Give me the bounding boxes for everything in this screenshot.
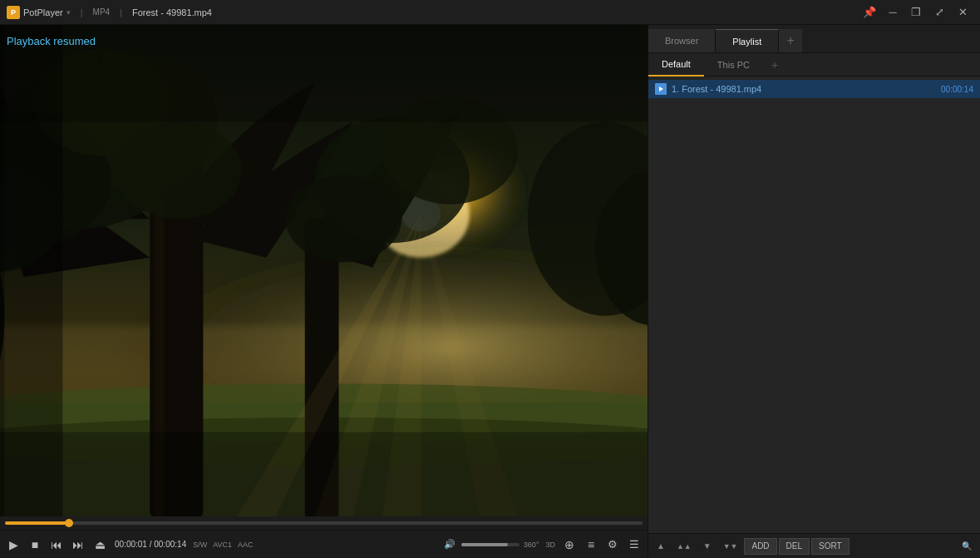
subtab-default[interactable]: Default bbox=[648, 53, 704, 77]
move-up-alt-button[interactable]: ▲▲ bbox=[672, 537, 697, 556]
move-up-button[interactable]: ▲ bbox=[652, 537, 670, 556]
seek-thumb[interactable] bbox=[65, 519, 73, 527]
settings-icon: ⚙ bbox=[608, 538, 618, 551]
tab-playlist[interactable]: Playlist bbox=[716, 29, 779, 52]
playlist-item[interactable]: 1. Forest - 49981.mp4 00:00:14 bbox=[648, 80, 980, 98]
time-current: 00:00:01 bbox=[115, 540, 147, 549]
subtab-add-icon: + bbox=[771, 58, 778, 72]
tab-add-icon: + bbox=[787, 33, 795, 48]
playlist-subtabs: Default This PC + bbox=[648, 53, 980, 77]
video-area[interactable] bbox=[0, 25, 648, 516]
del-label: DEL bbox=[786, 541, 802, 551]
sw-label: S/W bbox=[193, 541, 207, 549]
title-bar-left: P PotPlayer ▾ | MP4 | Forest - 49981.mp4 bbox=[7, 6, 212, 19]
title-bar: P PotPlayer ▾ | MP4 | Forest - 49981.mp4… bbox=[0, 0, 980, 25]
title-separator: | bbox=[81, 7, 83, 17]
search-icon: 🔍 bbox=[962, 541, 972, 551]
playlist-item-icon bbox=[655, 83, 667, 95]
seek-fill bbox=[5, 521, 69, 525]
eject-icon: ⏏ bbox=[95, 538, 106, 551]
codec-video: AVC1 bbox=[213, 541, 232, 549]
title-filename: Forest - 49981.mp4 bbox=[132, 7, 212, 17]
restore-button[interactable]: ❐ bbox=[905, 4, 927, 21]
add-label: ADD bbox=[751, 541, 769, 551]
playlist-item-duration: 00:00:14 bbox=[941, 85, 973, 94]
minimize-button[interactable]: ─ bbox=[882, 4, 904, 21]
menu-button[interactable]: ☰ bbox=[624, 535, 644, 555]
stop-icon: ■ bbox=[32, 538, 38, 551]
subtab-this-pc[interactable]: This PC bbox=[704, 53, 763, 77]
video-panel: Playback resumed bbox=[0, 25, 648, 558]
subtitle-button[interactable]: ≡ bbox=[581, 535, 601, 555]
settings-button[interactable]: ⚙ bbox=[603, 535, 623, 555]
menu-icon: ☰ bbox=[629, 538, 639, 551]
badge-360[interactable]: 360° bbox=[521, 539, 542, 551]
volume-area: 🔊 bbox=[440, 535, 520, 555]
app-logo[interactable]: P PotPlayer ▾ bbox=[7, 6, 71, 19]
search-button[interactable]: 🔍 bbox=[957, 537, 977, 556]
del-button[interactable]: DEL bbox=[779, 538, 810, 555]
volume-icon-button[interactable]: 🔊 bbox=[440, 535, 460, 555]
subtab-default-label: Default bbox=[662, 59, 691, 69]
playlist-content: 1. Forest - 49981.mp4 00:00:14 bbox=[648, 77, 980, 533]
sort-label: SORT bbox=[819, 541, 842, 551]
time-display: 00:00:01 / 00:00:14 bbox=[115, 540, 186, 549]
zoom-icon: ⊕ bbox=[564, 538, 574, 551]
next-icon: ⏭ bbox=[72, 538, 84, 551]
codec-audio: AAC bbox=[238, 541, 254, 549]
svg-rect-30 bbox=[0, 432, 648, 516]
prev-button[interactable]: ⏮ bbox=[47, 535, 66, 555]
panel-tabs: Browser Playlist + bbox=[648, 25, 980, 53]
tab-add-button[interactable]: + bbox=[779, 29, 802, 52]
subtab-add-button[interactable]: + bbox=[763, 53, 786, 77]
right-panel: Browser Playlist + Default This PC + bbox=[648, 25, 980, 558]
close-button[interactable]: ✕ bbox=[952, 4, 973, 21]
next-button[interactable]: ⏭ bbox=[68, 535, 88, 555]
app-name: PotPlayer bbox=[23, 7, 63, 17]
codec-info: S/W AVC1 AAC bbox=[193, 541, 253, 549]
tab-browser[interactable]: Browser bbox=[648, 29, 716, 52]
volume-icon: 🔊 bbox=[444, 539, 456, 550]
main-layout: Playback resumed bbox=[0, 25, 980, 558]
title-separator2: | bbox=[120, 7, 122, 17]
svg-rect-29 bbox=[0, 25, 648, 122]
badge-3d[interactable]: 3D bbox=[543, 539, 558, 551]
volume-track[interactable] bbox=[461, 543, 520, 546]
svg-point-22 bbox=[285, 175, 401, 263]
dropdown-icon: ▾ bbox=[66, 8, 71, 17]
play-button[interactable]: ▶ bbox=[3, 535, 23, 555]
playlist-item-name: 1. Forest - 49981.mp4 bbox=[672, 84, 936, 94]
seek-bar-container[interactable] bbox=[0, 516, 648, 530]
tab-browser-label: Browser bbox=[665, 36, 698, 46]
subtitle-icon: ≡ bbox=[588, 538, 594, 551]
sort-button[interactable]: SORT bbox=[811, 538, 849, 555]
move-down-button[interactable]: ▼ bbox=[698, 537, 717, 556]
time-sep: / bbox=[150, 540, 152, 549]
seek-track[interactable] bbox=[5, 521, 643, 525]
pin-button[interactable]: 📌 bbox=[859, 4, 880, 21]
panel-bottom: ▲ ▲▲ ▼ ▼▼ ADD DEL SORT 🔍 bbox=[648, 533, 980, 558]
tab-playlist-label: Playlist bbox=[732, 37, 761, 47]
maximize-button[interactable]: ⤢ bbox=[928, 4, 950, 21]
format-badge: MP4 bbox=[93, 7, 111, 17]
time-total: 00:00:14 bbox=[154, 540, 186, 549]
app-logo-icon: P bbox=[7, 6, 20, 19]
bottom-controls: ▶ ■ ⏮ ⏭ ⏏ 00:00:01 / 00:00:14 bbox=[0, 530, 648, 558]
eject-button[interactable]: ⏏ bbox=[90, 535, 110, 555]
stop-button[interactable]: ■ bbox=[25, 535, 45, 555]
zoom-button[interactable]: ⊕ bbox=[559, 535, 579, 555]
move-down-alt-button[interactable]: ▼▼ bbox=[718, 537, 743, 556]
add-button[interactable]: ADD bbox=[744, 538, 776, 555]
prev-icon: ⏮ bbox=[51, 538, 62, 551]
title-bar-controls: 📌 ─ ❐ ⤢ ✕ bbox=[859, 4, 973, 21]
volume-fill bbox=[461, 543, 508, 546]
play-icon: ▶ bbox=[9, 538, 18, 551]
subtab-this-pc-label: This PC bbox=[717, 60, 750, 70]
svg-point-17 bbox=[116, 122, 242, 220]
